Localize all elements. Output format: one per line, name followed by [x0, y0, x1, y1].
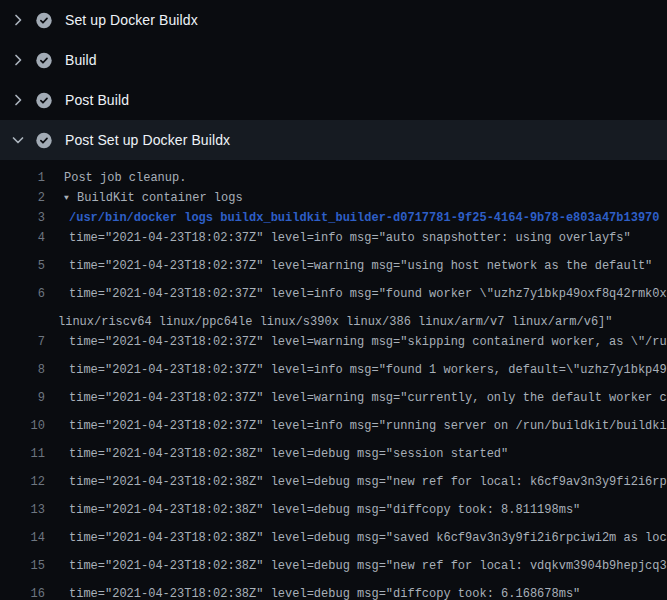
log-line-number[interactable]: 10: [0, 416, 45, 436]
log-line-text: /usr/bin/docker logs buildx_buildkit_bui…: [69, 208, 660, 228]
log-line-text: time="2021-04-23T18:02:38Z" level=debug …: [69, 584, 580, 600]
log-line-text: time="2021-04-23T18:02:37Z" level=info m…: [69, 284, 667, 304]
log-line-text: time="2021-04-23T18:02:37Z" level=info m…: [69, 360, 667, 380]
log-row: 5 time="2021-04-23T18:02:37Z" level=warn…: [0, 256, 667, 284]
log-row: 3 /usr/bin/docker logs buildx_buildkit_b…: [0, 208, 667, 228]
group-collapse-icon[interactable]: ▼: [64, 188, 77, 208]
log-line-text: time="2021-04-23T18:02:38Z" level=debug …: [69, 472, 667, 492]
log-row: 12 time="2021-04-23T18:02:38Z" level=deb…: [0, 472, 667, 500]
log-line-number[interactable]: 1: [0, 168, 45, 188]
log-line-number[interactable]: 2: [0, 188, 45, 208]
check-circle-icon: [36, 12, 52, 28]
chevron-icon[interactable]: [10, 132, 26, 148]
chevron-icon[interactable]: [10, 92, 26, 108]
step-row[interactable]: Post Build: [0, 80, 667, 120]
chevron-icon[interactable]: [10, 12, 26, 28]
log-line-number[interactable]: 3: [0, 208, 45, 228]
log-line-text: time="2021-04-23T18:02:38Z" level=debug …: [69, 556, 667, 576]
log-row: linux/riscv64 linux/ppc64le linux/s390x …: [0, 312, 667, 332]
log-line-text: Post job cleanup.: [64, 168, 186, 188]
step-row[interactable]: Post Set up Docker Buildx: [0, 120, 667, 160]
log-line-text: time="2021-04-23T18:02:37Z" level=warnin…: [69, 332, 667, 352]
log-line-number[interactable]: 11: [0, 444, 45, 464]
log-row: 2 ▼BuildKit container logs: [0, 188, 667, 208]
log-line-number[interactable]: 14: [0, 528, 45, 548]
log-line-text: time="2021-04-23T18:02:38Z" level=debug …: [69, 528, 667, 548]
workflow-log-panel: Set up Docker Buildx Build Post Buil: [0, 0, 667, 600]
log-line-number[interactable]: 15: [0, 556, 45, 576]
step-title: Post Set up Docker Buildx: [65, 132, 230, 148]
log-line-number[interactable]: 16: [0, 584, 45, 600]
log-line-number[interactable]: 6: [0, 284, 45, 304]
log-line-number[interactable]: 9: [0, 388, 45, 408]
chevron-icon[interactable]: [10, 52, 26, 68]
log-row: 11 time="2021-04-23T18:02:38Z" level=deb…: [0, 444, 667, 472]
log-line-text: time="2021-04-23T18:02:38Z" level=debug …: [69, 500, 580, 520]
check-circle-icon: [36, 132, 52, 148]
log-row: 6 time="2021-04-23T18:02:37Z" level=info…: [0, 284, 667, 312]
log-line-number[interactable]: 5: [0, 256, 45, 276]
log-line-text: time="2021-04-23T18:02:37Z" level=warnin…: [69, 388, 667, 408]
log-row: 4 time="2021-04-23T18:02:37Z" level=info…: [0, 228, 667, 256]
log-row: 1 Post job cleanup.: [0, 168, 667, 188]
log-line-number[interactable]: 8: [0, 360, 45, 380]
log-line-text[interactable]: BuildKit container logs: [77, 188, 243, 208]
log-row: 8 time="2021-04-23T18:02:37Z" level=info…: [0, 360, 667, 388]
step-title: Build: [65, 52, 97, 68]
log-row: 14 time="2021-04-23T18:02:38Z" level=deb…: [0, 528, 667, 556]
log-row: 10 time="2021-04-23T18:02:37Z" level=inf…: [0, 416, 667, 444]
step-row[interactable]: Build: [0, 40, 667, 80]
log-row: 15 time="2021-04-23T18:02:38Z" level=deb…: [0, 556, 667, 584]
log-line-text: time="2021-04-23T18:02:37Z" level=info m…: [69, 416, 667, 436]
log-row: 9 time="2021-04-23T18:02:37Z" level=warn…: [0, 388, 667, 416]
log-line-number[interactable]: 13: [0, 500, 45, 520]
log-line-number[interactable]: 12: [0, 472, 45, 492]
log-line-number[interactable]: 7: [0, 332, 45, 352]
log-row: 13 time="2021-04-23T18:02:38Z" level=deb…: [0, 500, 667, 528]
log-line-text: time="2021-04-23T18:02:37Z" level=info m…: [69, 228, 631, 248]
workflow-steps-list: Set up Docker Buildx Build Post Buil: [0, 0, 667, 160]
log-line-text: time="2021-04-23T18:02:38Z" level=debug …: [69, 444, 508, 464]
log-row: 7 time="2021-04-23T18:02:37Z" level=warn…: [0, 332, 667, 360]
log-line-text: time="2021-04-23T18:02:37Z" level=warnin…: [69, 256, 652, 276]
check-circle-icon: [36, 92, 52, 108]
step-row[interactable]: Set up Docker Buildx: [0, 0, 667, 40]
log-row: 16 time="2021-04-23T18:02:38Z" level=deb…: [0, 584, 667, 600]
check-circle-icon: [36, 52, 52, 68]
log-line-text: linux/riscv64 linux/ppc64le linux/s390x …: [58, 312, 613, 332]
log-line-number[interactable]: 4: [0, 228, 45, 248]
log-area: 1 Post job cleanup. 2 ▼BuildKit containe…: [0, 160, 667, 600]
step-title: Set up Docker Buildx: [65, 12, 198, 28]
step-title: Post Build: [65, 92, 129, 108]
